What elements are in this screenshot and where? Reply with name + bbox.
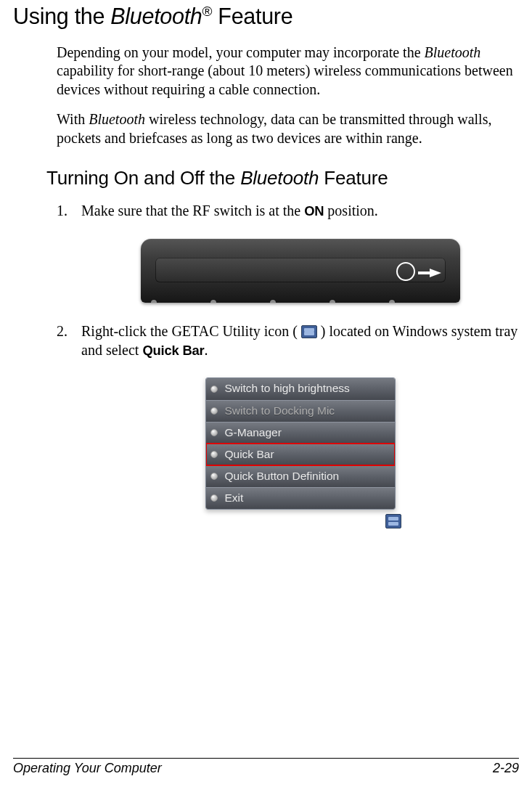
step1-post: position.: [324, 203, 377, 219]
bullet-icon: [210, 451, 218, 458]
menu-item-quick-bar[interactable]: Quick Bar: [206, 444, 395, 465]
menu-item-exit[interactable]: Exit: [206, 487, 395, 509]
menu-item-label: G-Manager: [225, 425, 395, 440]
menu-item-label: Switch to Docking Mic: [225, 404, 395, 418]
getac-utility-icon: [301, 325, 317, 338]
h1-bluetooth: Bluetooth: [110, 4, 202, 28]
step2-pre: Right-click the GETAC Utility icon (: [81, 323, 301, 339]
bullet-icon: [210, 385, 218, 393]
footer-page-number: 2-29: [493, 761, 519, 776]
menu-item-label: Exit: [225, 491, 395, 505]
step1-on: ON: [304, 203, 324, 219]
page-footer: Operating Your Computer 2-29: [13, 758, 519, 776]
intro-paragraph-2: With Bluetooth wireless technology, data…: [57, 110, 519, 147]
page-title: Using the Bluetooth® Feature: [13, 4, 519, 29]
menu-item-switch-to-high-brightness[interactable]: Switch to high brightness: [206, 378, 395, 400]
step-2: Right-click the GETAC Utility icon ( ) l…: [57, 322, 519, 510]
menu-item-quick-button-definition[interactable]: Quick Button Definition: [206, 465, 395, 487]
menu-item-switch-to-docking-mic: Switch to Docking Mic: [206, 400, 395, 422]
rf-switch-arrow-icon: [430, 269, 441, 277]
footer-section-name: Operating Your Computer: [13, 761, 162, 776]
h2-bluetooth: Bluetooth: [240, 167, 319, 189]
bullet-icon: [210, 407, 218, 415]
menu-item-g-manager[interactable]: G-Manager: [206, 422, 395, 444]
p2-bluetooth: Bluetooth: [89, 111, 145, 127]
h2-post: Feature: [319, 167, 388, 189]
registered-mark: ®: [202, 4, 213, 19]
intro-paragraph-1: Depending on your model, your computer m…: [57, 44, 519, 99]
p1-bluetooth: Bluetooth: [425, 44, 481, 60]
section-title: Turning On and Off the Bluetooth Feature: [46, 167, 519, 189]
bullet-icon: [210, 494, 218, 502]
step2-quickbar: Quick Bar: [142, 343, 204, 358]
bullet-icon: [210, 429, 218, 436]
menu-item-label: Quick Button Definition: [225, 469, 395, 483]
rf-screws-row: [141, 291, 460, 298]
figure-rf-switch: [141, 239, 460, 303]
h2-pre: Turning On and Off the: [46, 167, 240, 189]
h1-text-pre: Using the: [13, 4, 110, 28]
p1-pre: Depending on your model, your computer m…: [57, 44, 425, 60]
figure-context-menu: Switch to high brightnessSwitch to Docki…: [205, 377, 396, 510]
context-menu: Switch to high brightnessSwitch to Docki…: [205, 377, 396, 510]
menu-item-label: Quick Bar: [225, 447, 395, 462]
h1-text-post: Feature: [212, 4, 292, 28]
step-1: Make sure that the RF switch is at the O…: [57, 201, 519, 303]
step1-pre: Make sure that the RF switch is at the: [81, 203, 304, 219]
step-list: Make sure that the RF switch is at the O…: [57, 201, 519, 510]
menu-item-label: Switch to high brightness: [225, 381, 395, 396]
system-tray-getac-icon[interactable]: [385, 514, 401, 528]
rf-switch-callout-circle: [396, 262, 415, 281]
p1-post: capability for short-range (about 10 met…: [57, 62, 513, 97]
step2-post: .: [205, 342, 208, 358]
p2-pre: With: [57, 111, 89, 127]
bullet-icon: [210, 473, 218, 480]
